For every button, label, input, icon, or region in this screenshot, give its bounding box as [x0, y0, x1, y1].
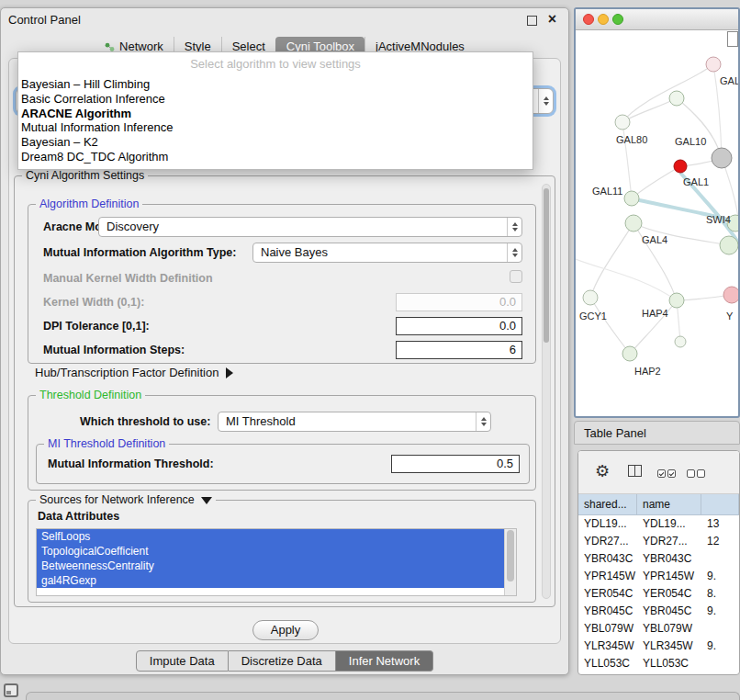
- gear-icon[interactable]: ⚙: [595, 461, 610, 481]
- kernel-width-field[interactable]: 0.0: [396, 293, 522, 311]
- network-node[interactable]: [624, 191, 639, 206]
- mi-threshold-label: Mutual Information Threshold:: [48, 457, 214, 470]
- table-row[interactable]: YBR045CYBR045C9.: [578, 603, 739, 620]
- algorithm-option[interactable]: ARACNE Algorithm: [18, 107, 533, 121]
- table-cell: YBL079W: [578, 620, 637, 638]
- combo-value: Discovery: [99, 218, 507, 236]
- network-canvas[interactable]: GALGAL80GAL10GAL1GAL11SWI4GAL4GCY1HAP4YH…: [576, 29, 738, 416]
- algorithm-option[interactable]: Bayesian – Hill Climbing: [18, 77, 533, 92]
- threshold-definition-group: Threshold Definition Which threshold to …: [28, 395, 536, 491]
- network-view-window[interactable]: GALGAL80GAL10GAL1GAL11SWI4GAL4GCY1HAP4YH…: [574, 7, 740, 418]
- data-attribute-item[interactable]: gal4RGexp: [37, 573, 504, 588]
- kernel-width-label: Kernel Width (0,1):: [43, 296, 144, 309]
- minimize-traffic-light-icon[interactable]: [598, 14, 609, 25]
- table-row[interactable]: YDL19...YDL19...13: [578, 515, 739, 533]
- data-attributes-list[interactable]: SelfLoopsTopologicalCoefficientBetweenne…: [36, 528, 517, 596]
- hub-definition-label: Hub/Transcription Factor Definition: [35, 366, 219, 379]
- table-cell: YER054C: [637, 585, 701, 603]
- network-edge: [677, 98, 722, 158]
- close-traffic-light-icon[interactable]: [583, 14, 594, 25]
- column-header[interactable]: [701, 494, 739, 514]
- network-node[interactable]: [669, 91, 684, 106]
- control-panel-titlebar[interactable]: Control Panel ×: [1, 8, 568, 32]
- table-panel-titlebar[interactable]: Table Panel: [574, 421, 740, 445]
- control-panel-window: Control Panel × NetworkStyleSelectCyni T…: [0, 7, 569, 675]
- expander-arrow-icon: [226, 367, 233, 378]
- data-attribute-item[interactable]: SelfLoops: [37, 529, 504, 544]
- network-node[interactable]: [674, 160, 687, 173]
- mi-algorithm-type-combo[interactable]: Naive Bayes: [252, 243, 522, 263]
- table-cell: YLR345W: [637, 638, 701, 655]
- network-node[interactable]: [720, 236, 738, 254]
- algorithm-option[interactable]: Basic Correlation Inference: [18, 92, 533, 107]
- combo-stepper-icon: [538, 89, 553, 113]
- network-node[interactable]: [669, 293, 684, 308]
- table-header-row: shared...name: [578, 494, 739, 515]
- network-node[interactable]: [706, 57, 721, 72]
- network-node[interactable]: [723, 287, 738, 303]
- network-node[interactable]: [622, 346, 637, 361]
- desktop: Control Panel × NetworkStyleSelectCyni T…: [0, 0, 740, 700]
- table-row[interactable]: YBR043CYBR043C: [578, 550, 739, 568]
- table-body: YDL19...YDL19...13YDR27...YDR27...12YBR0…: [578, 515, 739, 672]
- network-node[interactable]: [712, 148, 732, 168]
- tab-impute-data[interactable]: Impute Data: [136, 650, 229, 672]
- group-title: MI Threshold Definition: [44, 437, 169, 450]
- network-edge: [632, 166, 680, 198]
- scrollbar-thumb[interactable]: [507, 530, 514, 581]
- deselect-all-columns-icon[interactable]: [687, 467, 707, 480]
- tab-discretize-data[interactable]: Discretize Data: [229, 650, 336, 672]
- table-cell: YLL053C: [578, 655, 637, 672]
- tab-infer-network[interactable]: Infer Network: [336, 650, 433, 672]
- network-window-titlebar[interactable]: [576, 9, 738, 30]
- minimized-panel-icon[interactable]: [4, 683, 18, 697]
- birdseye-toggle[interactable]: [727, 31, 738, 47]
- table-window: ⚙ shared...name YDL19...YDL19...13YDR27.…: [577, 450, 740, 675]
- table-row[interactable]: YDR27...YDR27...12: [578, 533, 739, 550]
- network-node[interactable]: [583, 290, 598, 305]
- algorithm-option[interactable]: Mutual Information Inference: [18, 120, 533, 135]
- apply-button[interactable]: Apply: [252, 620, 319, 640]
- data-attribute-item[interactable]: BetweennessCentrality: [37, 559, 504, 573]
- column-header[interactable]: name: [637, 494, 701, 514]
- select-all-columns-icon[interactable]: [657, 467, 678, 480]
- table-row[interactable]: YBL079WYBL079W: [578, 620, 739, 638]
- network-edge: [622, 64, 713, 122]
- dpi-tolerance-field[interactable]: 0.0: [396, 317, 522, 335]
- bottom-tab-bar: Impute DataDiscretize DataInfer Network: [1, 650, 568, 672]
- threshold-to-use-combo[interactable]: MI Threshold: [218, 412, 491, 432]
- network-node[interactable]: [615, 115, 630, 130]
- mi-threshold-field[interactable]: 0.5: [391, 455, 520, 473]
- sources-collapse-header[interactable]: Sources for Network Inference: [36, 493, 216, 506]
- table-cell: YPR145W: [637, 568, 701, 585]
- dock-icon-inner: [6, 691, 11, 694]
- table-row[interactable]: YLR345WYLR345W9.: [578, 638, 739, 655]
- algorithm-option[interactable]: Dream8 DC_TDC Algorithm: [18, 150, 533, 164]
- data-attribute-item[interactable]: TopologicalCoefficient: [37, 544, 504, 559]
- float-window-icon[interactable]: [527, 16, 537, 26]
- network-node[interactable]: [625, 215, 642, 231]
- scrollbar-thumb[interactable]: [544, 188, 549, 343]
- close-icon[interactable]: ×: [548, 11, 556, 28]
- table-cell: YDL19...: [578, 515, 637, 533]
- columns-icon[interactable]: [628, 465, 642, 480]
- aracne-mode-combo[interactable]: Discovery: [98, 217, 522, 237]
- mi-steps-field[interactable]: 6: [396, 341, 522, 359]
- table-cell: YPR145W: [578, 568, 637, 585]
- settings-scrollbar[interactable]: [542, 184, 551, 599]
- table-row[interactable]: YPR145WYPR145W9.: [578, 568, 739, 585]
- table-row[interactable]: YER054CYER054C8.: [578, 585, 739, 603]
- list-scrollbar[interactable]: [504, 529, 516, 595]
- manual-kernel-checkbox[interactable]: [510, 270, 522, 283]
- zoom-traffic-light-icon[interactable]: [612, 14, 623, 25]
- network-node-label: HAP2: [634, 366, 661, 377]
- table-toolbar: ⚙: [578, 451, 739, 494]
- network-node-label: GAL11: [592, 186, 622, 197]
- table-row[interactable]: YLL053CYLL053C: [578, 655, 739, 672]
- algorithm-option[interactable]: Bayesian – K2: [18, 135, 533, 150]
- group-title: Threshold Definition: [36, 389, 145, 401]
- column-header[interactable]: shared...: [578, 494, 637, 514]
- hub-definition-expander[interactable]: Hub/Transcription Factor Definition: [35, 366, 233, 379]
- combo-stepper-icon: [507, 243, 521, 262]
- network-node[interactable]: [675, 336, 686, 347]
